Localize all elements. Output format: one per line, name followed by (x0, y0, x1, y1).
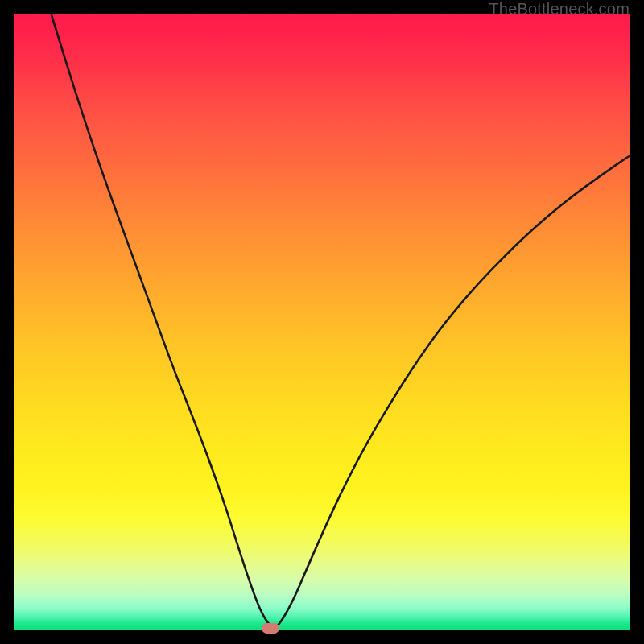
plot-area (14, 14, 630, 630)
chart-frame: TheBottleneck.com (0, 0, 644, 644)
bottleneck-curve (14, 14, 630, 630)
optimum-marker (262, 623, 279, 634)
curve-path (52, 14, 630, 628)
watermark-text: TheBottleneck.com (489, 0, 630, 19)
